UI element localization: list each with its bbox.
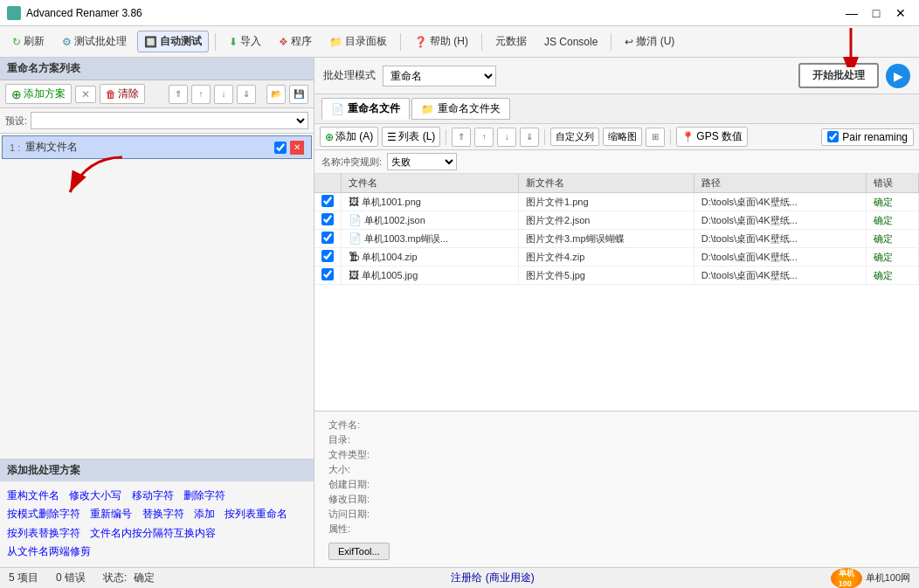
move-bottom-button[interactable]: ⇓ (237, 85, 256, 104)
delete-scheme-button[interactable]: ✕ (75, 86, 96, 103)
js-console-button[interactable]: JS Console (537, 32, 605, 52)
status-cell: 确定 (866, 266, 918, 285)
move-up-button[interactable]: ↑ (191, 85, 211, 104)
right-panel: 批处理模式 重命名 开始批处理 ▶ (314, 58, 919, 567)
col-path: 路径 (694, 174, 866, 193)
gps-button[interactable]: 📍 GPS 数值 (676, 127, 748, 147)
maximize-button[interactable]: □ (865, 4, 888, 22)
fl-down-btn[interactable]: ↓ (497, 128, 516, 147)
conflict-select[interactable]: 失败 (387, 153, 457, 170)
table-row[interactable]: 📄 单机1002.json 图片文件2.json D:\tools\桌面\4K壁… (314, 211, 919, 230)
file-check[interactable] (321, 195, 334, 207)
move-top-button[interactable]: ⇑ (169, 85, 188, 104)
folder-icon: 📁 (329, 36, 342, 48)
batch-mode-select[interactable]: 重命名 (383, 66, 496, 86)
status-bar: 5 项目 0 错误 状态: 确定 注册给 (商业用途) 单机100 单机100网 (0, 567, 919, 588)
fl-up-btn[interactable]: ↑ (474, 128, 494, 147)
file-name-cell: 📄 单机1002.json (342, 211, 519, 230)
refresh-button[interactable]: ↻ 刷新 (5, 31, 52, 52)
metadata-button[interactable]: 元数据 (488, 31, 534, 52)
tab-rename-file[interactable]: 📄 重命名文件 (321, 98, 410, 120)
start-section: 开始批处理 ▶ (798, 63, 910, 88)
minimize-button[interactable]: — (840, 4, 863, 22)
clear-button[interactable]: 🗑 清除 (100, 84, 145, 104)
preset-label: 预设: (5, 114, 27, 128)
new-name-cell: 图片文件2.json (519, 211, 694, 230)
pair-renaming-check[interactable] (827, 131, 839, 142)
path-cell: D:\tools\桌面\4K壁纸... (694, 248, 866, 266)
visited-label: 访问日期: (328, 508, 390, 521)
state-section: 状态: 确定 (103, 571, 155, 585)
table-row[interactable]: 🖼 单机1001.png 图片文件1.png D:\tools\桌面\4K壁纸.… (314, 193, 919, 211)
program-icon: ❖ (279, 36, 288, 48)
logo-icon: 单机100 (831, 568, 862, 589)
method-links: 重构文件名 修改大小写 移动字符 删除字符 按模式删除字符 重新编号 替换字符 … (7, 487, 307, 562)
table-row[interactable]: 🖼 单机1005.jpg 图片文件5.jpg D:\tools\桌面\4K壁纸.… (314, 266, 919, 285)
file-check[interactable] (321, 232, 334, 244)
method-link-case[interactable]: 修改大小写 (69, 489, 121, 502)
new-name-cell: 图片文件1.png (519, 193, 694, 211)
method-link-swap[interactable]: 文件名内按分隔符互换内容 (90, 527, 216, 539)
help-button[interactable]: ❓ 帮助 (H) (407, 31, 475, 52)
files-table: 文件名 新文件名 路径 错误 🖼 单机1001.png 图片文件1.png D:… (314, 174, 919, 285)
register-link[interactable]: 注册给 (商业用途) (451, 571, 534, 585)
close-button[interactable]: ✕ (889, 4, 912, 22)
col-new-filename: 新文件名 (519, 174, 694, 193)
save-button[interactable]: 💾 (289, 85, 308, 104)
method-check[interactable] (274, 142, 287, 154)
path-label: 目录: (328, 433, 390, 446)
method-link-add[interactable]: 添加 (194, 508, 215, 520)
auto-test-button[interactable]: 🔲 自动测试 (137, 31, 209, 52)
fl-bottom-btn[interactable]: ⇓ (520, 128, 539, 147)
import-button[interactable]: ⬇ 导入 (222, 31, 268, 52)
method-link-delete[interactable]: 删除字符 (183, 489, 225, 502)
filetype-label: 文件类型: (328, 448, 390, 461)
filename-label: 文件名: (328, 419, 390, 432)
add-file-icon: ⊕ (325, 131, 334, 143)
method-item[interactable]: 1 : 重构文件名 ✕ (2, 135, 312, 159)
table-row[interactable]: 📄 单机1003.mp蝴误... 图片文件3.mp蝴误蝴蝶 D:\tools\桌… (314, 230, 919, 248)
test-batch-button[interactable]: ⚙ 测试批处理 (55, 31, 134, 52)
thumbnail-button[interactable]: 缩略图 (603, 128, 642, 146)
trash-icon: 🗑 (106, 88, 116, 100)
method-link-move[interactable]: 移动字符 (132, 489, 174, 502)
move-down-button[interactable]: ↓ (214, 85, 233, 104)
method-link-renumber[interactable]: 重新编号 (90, 508, 132, 520)
folder-panel-button[interactable]: 📁 目录面板 (322, 31, 394, 52)
method-link-list-replace[interactable]: 按列表替换字符 (7, 527, 80, 539)
method-close-btn[interactable]: ✕ (290, 141, 304, 155)
undo-button[interactable]: ↩ 撤消 (U) (618, 31, 681, 52)
grid-btn[interactable]: ⊞ (646, 128, 665, 147)
status-cell: 确定 (866, 193, 918, 211)
exif-button[interactable]: ExifTool... (328, 543, 390, 560)
file-check[interactable] (321, 268, 334, 280)
fl-move-top-btn[interactable]: ⇑ (452, 128, 471, 147)
method-link-rebuild[interactable]: 重构文件名 (7, 489, 59, 502)
custom-columns-button[interactable]: 自定义列 (550, 128, 599, 146)
method-link-pattern-delete[interactable]: 按模式删除字符 (7, 508, 80, 520)
open-folder-button[interactable]: 📂 (266, 85, 286, 104)
col-error: 错误 (866, 174, 918, 193)
gps-icon: 📍 (681, 131, 694, 143)
program-button[interactable]: ❖ 程序 (272, 31, 319, 52)
created-label: 创建日期: (328, 478, 390, 491)
logo-area: 单机100 单机100网 (831, 568, 910, 589)
add-methods-section: 添加批处理方案 重构文件名 修改大小写 移动字符 删除字符 按模式删除字符 重新… (0, 459, 314, 567)
add-file-button[interactable]: ⊕ 添加 (A) (320, 127, 378, 147)
add-scheme-button[interactable]: ⊕ 添加方案 (5, 84, 72, 104)
preset-select[interactable] (31, 112, 308, 129)
tab-rename-folder[interactable]: 📁 重命名文件夹 (411, 98, 510, 120)
file-check[interactable] (321, 250, 334, 262)
file-check[interactable] (321, 213, 334, 225)
start-batch-button[interactable]: 开始批处理 (798, 63, 879, 88)
method-link-replace[interactable]: 替换字符 (142, 508, 184, 520)
file-type-icon: 🗜 (349, 251, 359, 263)
table-row[interactable]: 🗜 单机1004.zip 图片文件4.zip D:\tools\桌面\4K壁纸.… (314, 248, 919, 266)
method-link-list-rename[interactable]: 按列表重命名 (225, 508, 287, 520)
list-button[interactable]: ☰ 列表 (L) (382, 127, 440, 147)
size-label: 大小: (328, 463, 390, 476)
method-link-trim[interactable]: 从文件名两端修剪 (7, 545, 91, 557)
items-count: 5 项目 (9, 571, 38, 585)
import-icon: ⬇ (229, 36, 238, 48)
right-top: 批处理模式 重命名 开始批处理 ▶ (314, 58, 919, 94)
